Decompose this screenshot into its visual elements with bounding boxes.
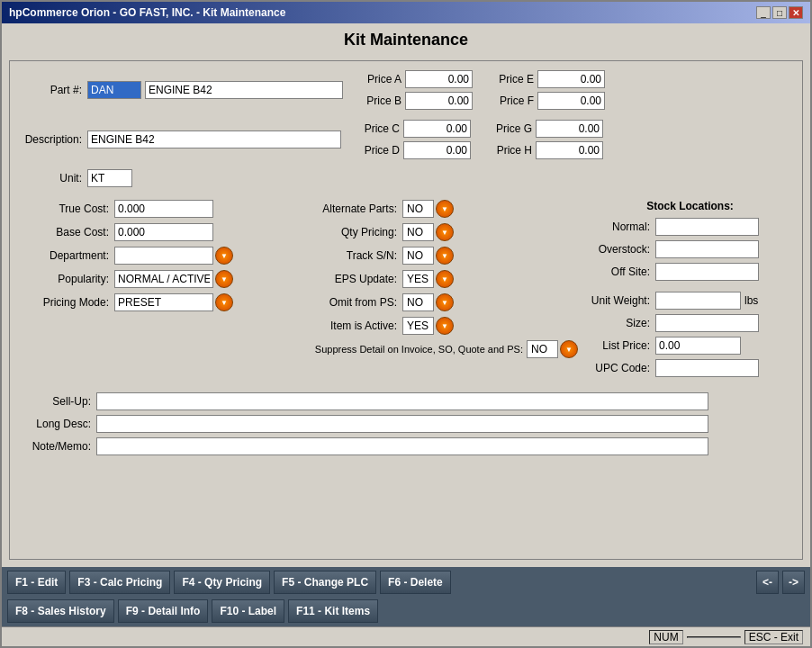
suppress-detail-label: Suppress Detail on Invoice, SO, Quote an… [262, 344, 523, 355]
price-f-input[interactable] [537, 92, 605, 110]
long-desc-input[interactable] [96, 415, 708, 433]
main-window: hpCommerce Orion - GO FAST, INC. - Kit M… [0, 0, 812, 648]
price-d-row: Price D Price H [359, 141, 603, 159]
price-c-input[interactable] [403, 120, 471, 138]
department-dropdown[interactable]: ▼ [215, 247, 233, 265]
price-g-label: Price G [487, 122, 532, 135]
eps-update-row: EPS Update: YES ▼ [262, 270, 578, 288]
list-price-input[interactable] [655, 337, 741, 355]
alternate-parts-dropdown[interactable]: ▼ [436, 200, 454, 218]
popularity-dropdown[interactable]: ▼ [215, 270, 233, 288]
nav-next-button[interactable]: -> [782, 571, 805, 594]
popularity-label: Popularity: [19, 273, 109, 285]
price-f-label: Price F [489, 94, 534, 107]
f11-kit-items-button[interactable]: F11 - Kit Items [288, 599, 378, 623]
unit-row: Unit: [19, 169, 793, 187]
item-active-row: Item is Active: YES ▼ [262, 317, 578, 335]
price-e-input[interactable] [537, 70, 605, 88]
suppress-detail-row: Suppress Detail on Invoice, SO, Quote an… [262, 340, 578, 358]
suppress-detail-value: NO [527, 340, 558, 358]
overstock-input[interactable] [655, 240, 759, 258]
close-button[interactable]: ✕ [789, 6, 803, 19]
f10-label-button[interactable]: F10 - Label [212, 599, 284, 623]
part-number-input[interactable] [87, 81, 141, 99]
department-input[interactable] [114, 247, 213, 265]
content-area: Kit Maintenance Part #: Price A [2, 23, 810, 567]
f4-qty-pricing-button[interactable]: F4 - Qty Pricing [174, 571, 270, 594]
prices-left: Price A Price E Price B Price F [361, 70, 605, 110]
offsite-row: Off Site: [587, 263, 793, 281]
prices-right: Price C Price G Price D Price H [359, 120, 603, 159]
pricing-mode-row: Pricing Mode: ▼ [19, 293, 253, 311]
unit-weight-unit: lbs [744, 294, 758, 307]
offsite-label: Off Site: [587, 266, 650, 278]
part-number-label: Part #: [19, 84, 82, 96]
eps-update-dropdown[interactable]: ▼ [436, 270, 454, 288]
size-label: Size: [587, 317, 650, 329]
qty-pricing-value: NO [402, 223, 434, 241]
page-title: Kit Maintenance [9, 31, 803, 50]
price-e-label: Price E [489, 73, 534, 86]
true-cost-input[interactable] [114, 200, 213, 218]
item-active-value: YES [402, 317, 434, 335]
bottom-fields: Sell-Up: Long Desc: Note/Memo: [19, 392, 793, 455]
normal-row: Normal: [587, 218, 793, 236]
f9-detail-info-button[interactable]: F9 - Detail Info [118, 599, 209, 623]
popularity-input[interactable] [114, 270, 213, 288]
f3-calc-pricing-button[interactable]: F3 - Calc Pricing [69, 571, 170, 594]
maximize-button[interactable]: □ [772, 6, 787, 19]
offsite-input[interactable] [655, 263, 759, 281]
pricing-mode-label: Pricing Mode: [19, 296, 109, 309]
popularity-row: Popularity: ▼ [19, 270, 253, 288]
normal-input[interactable] [655, 218, 759, 236]
minimize-button[interactable]: _ [756, 6, 771, 19]
weight-row-container: Unit Weight: lbs Size: List Price: [587, 292, 793, 377]
alternate-parts-row: Alternate Parts: NO ▼ [262, 200, 578, 218]
price-d-label: Price D [359, 144, 400, 157]
price-h-input[interactable] [536, 141, 603, 159]
price-b-input[interactable] [405, 92, 473, 110]
unit-label: Unit: [19, 172, 82, 184]
price-g-input[interactable] [536, 120, 603, 138]
f1-edit-button[interactable]: F1 - Edit [7, 571, 66, 594]
qty-pricing-dropdown[interactable]: ▼ [436, 223, 454, 241]
part-name-input[interactable] [145, 81, 343, 99]
true-cost-row: True Cost: [19, 200, 253, 218]
pricing-mode-dropdown[interactable]: ▼ [215, 293, 233, 311]
left-column: True Cost: Base Cost: Department: ▼ Popu… [19, 200, 253, 382]
title-bar: hpCommerce Orion - GO FAST, INC. - Kit M… [2, 2, 810, 23]
unit-weight-input[interactable] [655, 292, 741, 310]
base-cost-input[interactable] [114, 223, 213, 241]
nav-prev-button[interactable]: <- [756, 571, 779, 594]
sell-up-input[interactable] [96, 392, 708, 410]
long-desc-row: Long Desc: [19, 415, 793, 433]
note-memo-input[interactable] [96, 437, 708, 455]
f6-delete-button[interactable]: F6 - Delete [380, 571, 451, 594]
suppress-detail-dropdown[interactable]: ▼ [560, 340, 578, 358]
unit-input[interactable] [87, 169, 132, 187]
sell-up-row: Sell-Up: [19, 392, 793, 410]
overstock-row: Overstock: [587, 240, 793, 258]
right-column: Stock Locations: Normal: Overstock: Off … [587, 200, 793, 382]
true-cost-label: True Cost: [19, 202, 109, 215]
pricing-mode-input[interactable] [114, 293, 213, 311]
track-sn-label: Track S/N: [262, 249, 397, 262]
f8-sales-history-button[interactable]: F8 - Sales History [7, 599, 114, 623]
description-input[interactable] [87, 130, 341, 148]
size-input[interactable] [655, 314, 759, 332]
alternate-parts-label: Alternate Parts: [262, 202, 397, 215]
note-memo-label: Note/Memo: [19, 440, 91, 453]
item-active-dropdown[interactable]: ▼ [436, 317, 454, 335]
price-a-input[interactable] [405, 70, 473, 88]
upc-code-label: UPC Code: [587, 362, 650, 374]
omit-ps-dropdown[interactable]: ▼ [436, 293, 454, 311]
track-sn-dropdown[interactable]: ▼ [436, 247, 454, 265]
upc-code-row: UPC Code: [587, 359, 793, 377]
long-desc-label: Long Desc: [19, 418, 91, 430]
window-controls: _ □ ✕ [756, 6, 803, 19]
omit-ps-value: NO [402, 293, 434, 311]
upc-code-input[interactable] [655, 359, 759, 377]
department-row: Department: ▼ [19, 247, 253, 265]
price-d-input[interactable] [403, 141, 471, 159]
f5-change-plc-button[interactable]: F5 - Change PLC [274, 571, 376, 594]
